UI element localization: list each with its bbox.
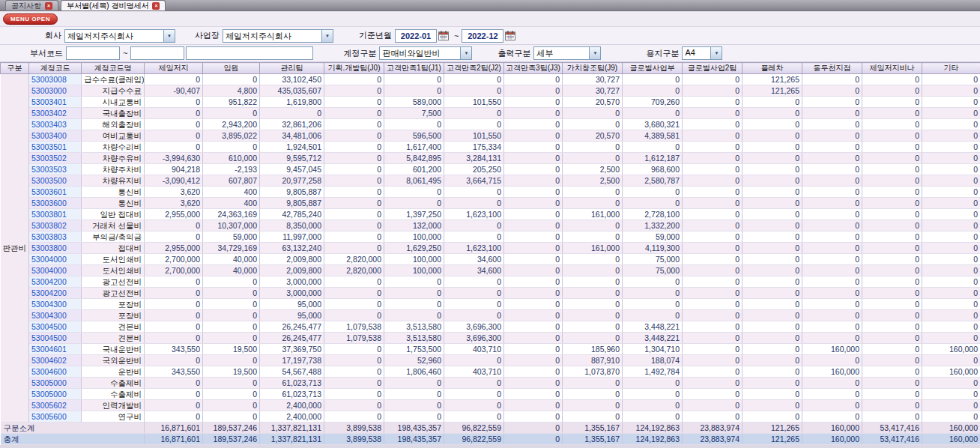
table-row[interactable]: 53003503차량주차비904,218-2,1939,457,0450601,…: [1, 164, 980, 175]
column-header[interactable]: 글로벌사업부: [623, 63, 683, 74]
amount-cell: 0: [504, 108, 563, 119]
chevron-down-icon: ▼: [710, 47, 722, 59]
amount-cell: 0: [260, 108, 324, 119]
amount-cell: 3,513,580: [384, 321, 444, 333]
amount-cell: -3,994,630: [145, 153, 203, 164]
account-name-cell: 접대비: [82, 243, 145, 254]
amount-cell: 0: [862, 119, 922, 130]
column-header[interactable]: 고객만족1팀(J1): [384, 63, 444, 74]
table-row[interactable]: 53003803부의금/축의금059,00011,997,0000100,000…: [1, 231, 980, 243]
period-to-input[interactable]: [462, 29, 503, 43]
table-row[interactable]: 53003801일반 접대비2,955,00024,363,16942,785,…: [1, 209, 980, 220]
table-row[interactable]: 53004500견본비0026,245,4771,079,5383,513,58…: [1, 333, 980, 344]
tab-notice[interactable]: 공지사항 ×: [5, 0, 58, 10]
table-row[interactable]: 판관비53003008급수수료(클레임)0033,102,450000030,7…: [1, 74, 980, 85]
amount-cell: 0: [504, 220, 563, 231]
amount-cell: 0: [683, 411, 742, 423]
table-row[interactable]: 53003502차량주유비-3,994,630610,0009,595,7120…: [1, 153, 980, 164]
amount-cell: 0: [862, 74, 922, 85]
table-row[interactable]: 53003800접대비2,955,00034,729,16963,132,240…: [1, 243, 980, 254]
amount-cell: 1,619,800: [260, 97, 324, 108]
amount-cell: 0: [922, 243, 980, 254]
close-icon[interactable]: ×: [45, 2, 52, 10]
column-header[interactable]: 동두천지점: [802, 63, 862, 74]
account-code-cell: 53004500: [29, 333, 82, 344]
table-row[interactable]: 53003403해외출장비02,943,20032,861,206000003,…: [1, 119, 980, 130]
account-name-cell: 해외출장비: [82, 119, 145, 130]
column-header[interactable]: 구분: [1, 63, 29, 74]
column-header[interactable]: 제일저지비나: [862, 63, 922, 74]
column-header[interactable]: 고객만족3팀(J3): [504, 63, 563, 74]
column-header[interactable]: 계정코드: [29, 63, 82, 74]
column-header[interactable]: 기타: [922, 63, 980, 74]
column-header[interactable]: 계정코드명: [82, 63, 145, 74]
table-row[interactable]: 53004200광고선전비003,000,00000000000000: [1, 288, 980, 299]
amount-cell: 0: [742, 400, 802, 411]
table-row[interactable]: 53004300포장비0095,00000000000000: [1, 299, 980, 310]
column-header[interactable]: 제일저지: [145, 63, 203, 74]
account-type-select[interactable]: 판매비와일반비 ▼: [379, 46, 472, 60]
column-header[interactable]: 관리팀: [260, 63, 324, 74]
amount-cell: 0: [203, 299, 260, 310]
subtotal-row[interactable]: 구분소계16,871,601189,537,2461,337,821,1313,…: [1, 423, 980, 434]
dept-code-to-input[interactable]: [130, 46, 184, 60]
table-row[interactable]: 53004500견본비0026,245,4771,079,5383,513,58…: [1, 321, 980, 333]
table-row[interactable]: 53003401시내교통비0951,8221,619,8000589,00010…: [1, 97, 980, 108]
table-row[interactable]: 53003802거래처 선물비010,307,0008,350,0000132,…: [1, 220, 980, 231]
account-name-cell: 견본비: [82, 333, 145, 344]
table-row[interactable]: 53004600운반비343,55019,50054,567,48801,806…: [1, 366, 980, 378]
calendar-icon[interactable]: [438, 31, 449, 40]
amount-cell: 0: [145, 276, 203, 288]
column-header[interactable]: 글로벌사업2팀: [683, 63, 742, 74]
amount-cell: 0: [384, 198, 444, 209]
column-header[interactable]: 플레차: [742, 63, 802, 74]
table-row[interactable]: 53005600연구비002,400,00000000000000: [1, 411, 980, 423]
table-row[interactable]: 53004000도서인쇄비2,700,00040,0002,009,8002,8…: [1, 265, 980, 276]
amount-cell: 0: [444, 389, 504, 400]
amount-cell: 0: [742, 366, 802, 378]
amount-cell: 1,304,710: [623, 344, 683, 355]
account-name-cell: 통신비: [82, 198, 145, 209]
dept-name-field[interactable]: [186, 46, 313, 60]
table-row[interactable]: 53005602인력개발비002,400,00000000000000: [1, 400, 980, 411]
dept-code-from-input[interactable]: [66, 46, 120, 60]
column-header[interactable]: 가치창조팀(J9): [563, 63, 623, 74]
column-header[interactable]: 기획.개발팀(J0): [324, 63, 384, 74]
paper-type-select[interactable]: A4 ▼: [682, 46, 722, 60]
column-header[interactable]: 고객만족2팀(J2): [444, 63, 504, 74]
output-type-select[interactable]: 세부 ▼: [533, 46, 601, 60]
period-from-input[interactable]: [395, 29, 437, 43]
column-header[interactable]: 임원: [203, 63, 260, 74]
calendar-icon[interactable]: [505, 31, 515, 40]
table-row[interactable]: 53004602국외운반비0017,197,738052,96000887,91…: [1, 355, 980, 366]
table-row[interactable]: 53003402국내출장비00007,500000000000: [1, 108, 980, 119]
table-row[interactable]: 53003601통신비3,6204009,805,88700000000000: [1, 187, 980, 198]
account-code-cell: 53005600: [29, 411, 82, 423]
company-select[interactable]: 제일저지주식회사 ▼: [64, 29, 175, 43]
table-row[interactable]: 53004601국내운반비343,55019,50037,369,75001,7…: [1, 344, 980, 355]
menu-open-button[interactable]: MENU OPEN: [3, 13, 58, 25]
grand-total-row[interactable]: 총계16,871,601189,537,2461,337,821,1313,89…: [1, 434, 980, 445]
close-icon[interactable]: ×: [152, 2, 160, 10]
table-row[interactable]: 53005000수출제비0061,023,71300000000000: [1, 389, 980, 400]
amount-cell: 0: [444, 108, 504, 119]
tab-expense-report[interactable]: 부서별(세목) 경비명세서 ×: [61, 0, 166, 10]
table-row[interactable]: 53003501차량수리비001,924,50101,617,400175,33…: [1, 142, 980, 153]
table-row[interactable]: 53004200광고선전비003,000,00000000000000: [1, 276, 980, 288]
amount-cell: 0: [742, 288, 802, 299]
table-row[interactable]: 53005000수출제비0061,023,71300000000000: [1, 378, 980, 389]
table-row[interactable]: 53003400여비교통비03,895,02234,481,0060596,50…: [1, 130, 980, 142]
amount-cell: 0: [444, 411, 504, 423]
amount-cell: 160,000: [922, 434, 980, 445]
table-row[interactable]: 53003600통신비3,6204009,805,88700000000000: [1, 198, 980, 209]
amount-cell: 0: [384, 299, 444, 310]
tilde-separator: ~: [123, 49, 127, 58]
amount-cell: 0: [742, 142, 802, 153]
amount-cell: 0: [802, 265, 862, 276]
table-row[interactable]: 53003500차량유지비-3,090,412607,80720,977,258…: [1, 175, 980, 187]
table-row[interactable]: 53004000도서인쇄비2,700,00040,0002,009,8002,8…: [1, 254, 980, 265]
table-row[interactable]: 53004300포장비0095,00000000000000: [1, 310, 980, 321]
workplace-select[interactable]: 제일저지주식회사 ▼: [223, 29, 333, 43]
table-row[interactable]: 53003000지급수수료-90,4074,800435,035,6070000…: [1, 85, 980, 97]
amount-cell: 0: [444, 355, 504, 366]
